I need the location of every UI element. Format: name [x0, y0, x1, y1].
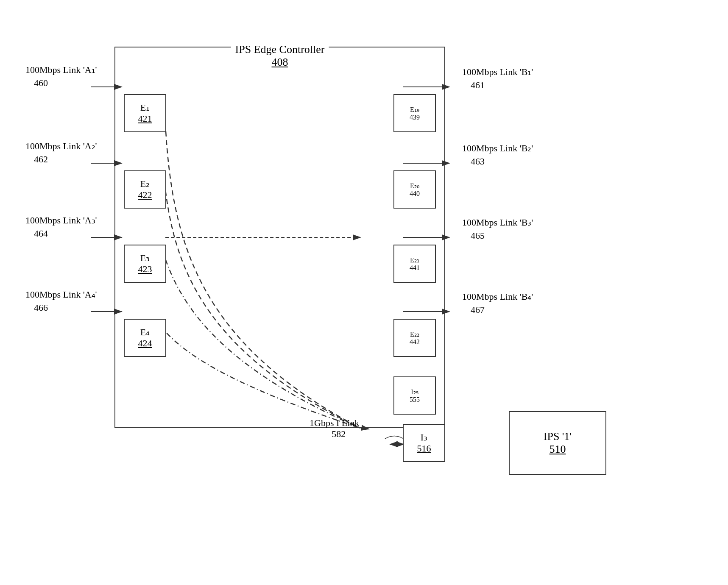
- e2-box: E₂ 422: [124, 170, 166, 209]
- controller-title: IPS Edge Controller 408: [231, 43, 329, 69]
- main-controller-box: IPS Edge Controller 408 E₁ 421 E₂ 422 E₃…: [114, 47, 445, 428]
- e22-box: E₂₂ 442: [393, 319, 436, 357]
- diagram-container: IPS Edge Controller 408 E₁ 421 E₂ 422 E₃…: [21, 21, 707, 564]
- link-a2-label: 100Mbps Link 'A₂' 462: [25, 140, 97, 166]
- ips-box: IPS '1' 510: [509, 411, 606, 475]
- link-a3-label: 100Mbps Link 'A₃' 464: [25, 214, 97, 240]
- e4-box: E₄ 424: [124, 319, 166, 357]
- i25-box: I₂₅ 555: [393, 376, 436, 415]
- e20-box: E₂₀ 440: [393, 170, 436, 209]
- e1-box: E₁ 421: [124, 94, 166, 132]
- e19-box: E₁₉ 439: [393, 94, 436, 132]
- i-link-label: 1Gbps I Link 582: [310, 418, 359, 440]
- link-a1-label: 100Mbps Link 'A₁' 460: [25, 64, 97, 90]
- link-a4-label: 100Mbps Link 'A₄' 466: [25, 288, 97, 315]
- e21-box: E₂₁ 441: [393, 245, 436, 283]
- link-b2-label: 100Mbps Link 'B₂' 463: [462, 142, 533, 168]
- link-b3-label: 100Mbps Link 'B₃' 465: [462, 216, 533, 242]
- link-b1-label: 100Mbps Link 'B₁' 461: [462, 66, 533, 92]
- i3-box: I₃ 516: [403, 424, 445, 462]
- link-b4-label: 100Mbps Link 'B₄' 467: [462, 290, 533, 317]
- e3-box: E₃ 423: [124, 245, 166, 283]
